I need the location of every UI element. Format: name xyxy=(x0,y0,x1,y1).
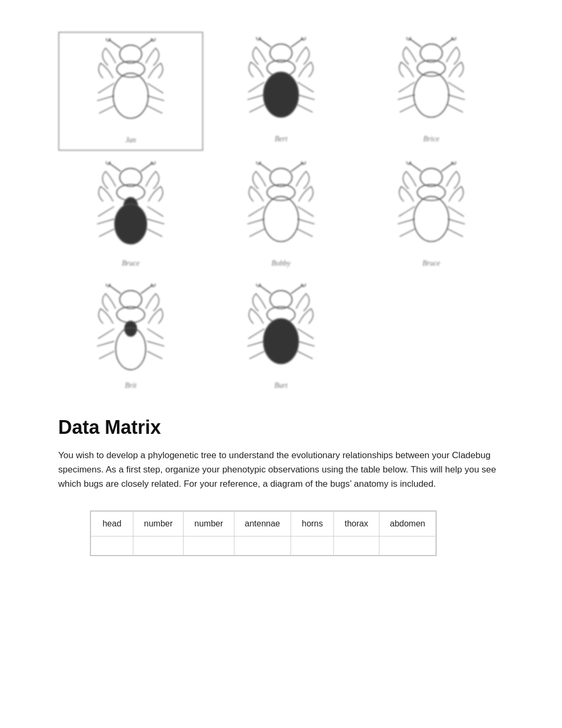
bug-label-bruce1: Bruce xyxy=(122,259,139,268)
svg-line-91 xyxy=(147,341,164,346)
svg-line-74 xyxy=(398,219,415,224)
svg-point-70 xyxy=(420,168,442,186)
svg-line-65 xyxy=(297,229,312,236)
section-heading: Data Matrix xyxy=(58,416,504,439)
bug-cell-bert: Bert xyxy=(209,32,353,151)
bug-svg-burt xyxy=(241,284,321,379)
cell-empty-3[interactable] xyxy=(184,536,234,555)
svg-point-19 xyxy=(264,72,298,117)
svg-line-104 xyxy=(297,341,314,346)
svg-line-101 xyxy=(248,341,265,346)
svg-line-12 xyxy=(147,106,162,113)
svg-line-51 xyxy=(147,219,164,224)
svg-line-63 xyxy=(297,206,313,216)
svg-line-88 xyxy=(97,341,114,346)
cell-empty-5[interactable] xyxy=(291,536,334,555)
svg-line-60 xyxy=(248,206,264,216)
svg-line-34 xyxy=(398,95,415,99)
svg-line-50 xyxy=(147,206,163,216)
bug-cell-bruce2: Bruce xyxy=(359,156,504,273)
svg-line-64 xyxy=(297,219,314,224)
svg-line-77 xyxy=(448,219,465,224)
cell-empty-2[interactable] xyxy=(133,536,184,555)
svg-point-83 xyxy=(120,290,142,308)
bug-svg-bruce1 xyxy=(91,161,170,257)
svg-line-87 xyxy=(98,329,114,339)
bug-label-bruce2: Bruce xyxy=(422,259,440,268)
bug-svg-brit xyxy=(91,284,170,379)
svg-line-35 xyxy=(400,105,414,112)
col-head: head xyxy=(91,511,133,536)
svg-line-61 xyxy=(248,219,265,224)
svg-line-8 xyxy=(97,96,114,101)
page-container: Jan Ber xyxy=(0,0,562,728)
svg-line-102 xyxy=(249,351,264,359)
bug-svg-jan xyxy=(91,38,170,133)
cell-empty-7[interactable] xyxy=(379,536,436,555)
bugs-grid: Jan Ber xyxy=(58,32,504,395)
svg-line-33 xyxy=(398,82,414,92)
table-header: head number number antennae horns thorax… xyxy=(91,511,436,536)
svg-line-75 xyxy=(400,229,414,236)
bug-svg-bert xyxy=(241,37,321,132)
bug-label-bert: Bert xyxy=(275,135,287,143)
bug-cell-burt: Burt xyxy=(209,278,353,395)
bug-label-brit: Brit xyxy=(125,381,137,390)
cell-empty-1[interactable] xyxy=(91,536,133,555)
data-matrix-table: head number number antennae horns thorax… xyxy=(90,511,436,556)
svg-line-73 xyxy=(398,206,414,216)
bug-cell-bruce1: Bruce xyxy=(58,156,203,273)
svg-line-10 xyxy=(147,83,163,93)
bug-label-burt: Burt xyxy=(275,381,288,390)
svg-line-76 xyxy=(448,206,464,216)
col-number1: number xyxy=(133,511,184,536)
svg-point-30 xyxy=(420,44,442,62)
cell-empty-6[interactable] xyxy=(334,536,379,555)
svg-line-100 xyxy=(248,329,264,339)
bug-label-bobby: Bobby xyxy=(271,259,291,268)
col-horns: horns xyxy=(291,511,334,536)
bug-label-jan: Jan xyxy=(125,136,136,144)
data-table-wrapper: head number number antennae horns thorax… xyxy=(90,511,437,556)
svg-line-37 xyxy=(448,95,465,99)
svg-line-47 xyxy=(98,206,114,216)
svg-point-46 xyxy=(115,204,147,244)
bug-cell-jan: Jan xyxy=(58,32,203,151)
svg-line-22 xyxy=(249,105,264,112)
svg-line-21 xyxy=(248,95,265,99)
col-thorax: thorax xyxy=(334,511,379,536)
svg-line-62 xyxy=(249,229,264,236)
cell-empty-4[interactable] xyxy=(234,536,291,555)
svg-line-49 xyxy=(99,229,114,236)
table-body xyxy=(91,536,436,555)
svg-line-52 xyxy=(147,229,162,236)
table-header-row: head number number antennae horns thorax… xyxy=(91,511,436,536)
svg-line-103 xyxy=(297,329,313,339)
section-description: You wish to develop a phylogenetic tree … xyxy=(58,448,504,492)
svg-line-90 xyxy=(147,329,163,339)
svg-point-17 xyxy=(270,44,292,62)
svg-line-7 xyxy=(98,83,114,93)
bug-svg-bruce2 xyxy=(392,161,471,257)
bug-label-brice: Brice xyxy=(423,135,439,143)
svg-line-38 xyxy=(448,105,463,112)
bug-svg-brice xyxy=(392,37,471,132)
svg-line-9 xyxy=(99,106,114,113)
svg-line-92 xyxy=(147,351,162,359)
bug-svg-bobby xyxy=(241,161,321,257)
col-abdomen: abdomen xyxy=(379,511,436,536)
bug-cell-brice: Brice xyxy=(359,32,504,151)
svg-line-25 xyxy=(297,105,312,112)
bug-cell-empty xyxy=(359,278,504,395)
bug-cell-brit: Brit xyxy=(58,278,203,395)
svg-line-89 xyxy=(99,351,114,359)
svg-point-32 xyxy=(414,72,449,117)
svg-point-43 xyxy=(120,168,142,186)
svg-line-48 xyxy=(97,219,114,224)
svg-point-4 xyxy=(120,45,142,63)
col-antennae: antennae xyxy=(234,511,291,536)
svg-line-11 xyxy=(147,96,164,101)
svg-point-97 xyxy=(270,290,292,308)
svg-line-105 xyxy=(297,351,312,359)
svg-point-6 xyxy=(113,73,148,118)
